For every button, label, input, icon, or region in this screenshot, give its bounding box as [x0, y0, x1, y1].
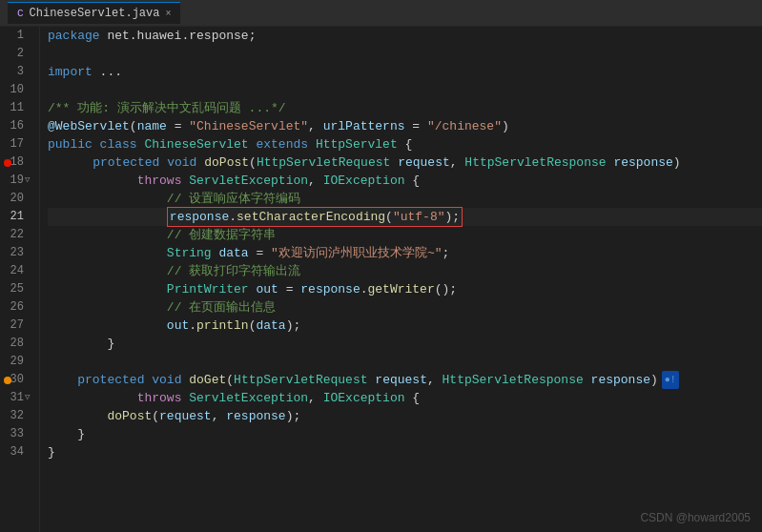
code-line-31: throws ServletException, IOException {	[48, 389, 762, 407]
code-content: package net.huawei.response; import ... …	[40, 27, 762, 532]
breakpoint-18	[4, 159, 11, 167]
code-line-34: }	[48, 443, 762, 461]
line-number-30: 30	[0, 371, 31, 389]
code-line-10	[48, 81, 762, 99]
line-number-1: 1	[0, 27, 31, 45]
code-line-26: // 在页面输出信息	[48, 298, 762, 317]
title-bar: C ChineseServlet.java ×	[0, 0, 762, 27]
line-number-11: 11	[0, 99, 31, 117]
code-line-11: /** 功能: 演示解决中文乱码问题 ...*/	[48, 99, 762, 117]
code-line-23: String data = "欢迎访问泸州职业技术学院~";	[48, 244, 762, 262]
line-number-32: 32	[0, 407, 31, 425]
code-editor: 1 2 3 10 11 16 17 18 ▽ 19 20 21 22 23 24…	[0, 27, 762, 532]
code-line-27: out.println(data);	[48, 317, 762, 335]
code-line-17: public class ChineseServlet extends Http…	[48, 135, 762, 153]
line-number-22: 22	[0, 226, 31, 244]
java-file-icon: C	[17, 8, 24, 19]
code-line-24: // 获取打印字符输出流	[48, 262, 762, 280]
line-number-19: ▽ 19	[0, 172, 31, 190]
line-number-25: 25	[0, 280, 31, 298]
line-number-2: 2	[0, 45, 31, 63]
breakpoint-30	[4, 377, 11, 384]
line-number-29: 29	[0, 353, 31, 371]
line-number-10: 10	[0, 81, 31, 99]
line-number-26: 26	[0, 298, 31, 317]
code-line-18: protected void doPost(HttpServletRequest…	[48, 153, 762, 172]
line-number-27: 27	[0, 317, 31, 335]
code-line-32: doPost(request, response);	[48, 407, 762, 425]
code-line-33: }	[48, 425, 762, 443]
line-number-23: 23	[0, 244, 31, 262]
line-number-28: 28	[0, 335, 31, 353]
line-number-20: 20	[0, 190, 31, 208]
code-line-25: PrintWriter out = response.getWriter();	[48, 280, 762, 298]
code-line-29	[48, 353, 762, 371]
line-number-21: 21	[0, 208, 31, 226]
code-line-28: }	[48, 335, 762, 353]
code-line-21: response.setCharacterEncoding("utf-8");	[48, 208, 762, 226]
line-number-3: 3	[0, 63, 31, 81]
line-number-16: 16	[0, 117, 31, 135]
code-line-19: throws ServletException, IOException {	[48, 172, 762, 190]
line-number-31: ▽ 31	[0, 389, 31, 407]
fold-icon-31[interactable]: ▽	[25, 389, 30, 407]
line-numbers-gutter: 1 2 3 10 11 16 17 18 ▽ 19 20 21 22 23 24…	[0, 27, 40, 532]
code-line-22: // 创建数据字符串	[48, 226, 762, 244]
line-number-33: 33	[0, 425, 31, 443]
fold-icon-19[interactable]: ▽	[25, 172, 30, 190]
code-line-30: protected void doGet(HttpServletRequest …	[48, 371, 762, 389]
watermark: CSDN @howard2005	[640, 511, 751, 524]
close-tab-button[interactable]: ×	[165, 9, 171, 19]
code-line-16: @WebServlet(name = "ChineseServlet", url…	[48, 117, 762, 135]
line-number-24: 24	[0, 262, 31, 280]
code-line-20: // 设置响应体字符编码	[48, 190, 762, 208]
editor-tab[interactable]: C ChineseServlet.java ×	[8, 2, 180, 24]
line-number-18: 18	[0, 153, 31, 172]
code-line-3: import ...	[48, 63, 762, 81]
line-number-17: 17	[0, 135, 31, 153]
code-line-2	[48, 45, 762, 63]
tab-filename: ChineseServlet.java	[30, 7, 160, 20]
line-number-34: 34	[0, 443, 31, 461]
code-line-1: package net.huawei.response;	[48, 27, 762, 45]
